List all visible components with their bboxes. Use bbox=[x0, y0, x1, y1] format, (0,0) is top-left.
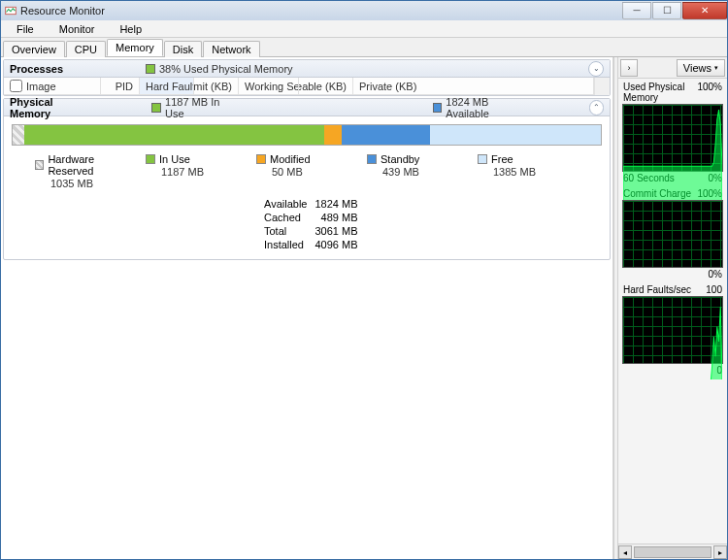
views-button[interactable]: Views ▾ bbox=[677, 59, 725, 77]
seg-hardware-reserved bbox=[13, 125, 24, 145]
menubar: File Monitor Help bbox=[1, 20, 727, 38]
select-all-checkbox[interactable] bbox=[10, 80, 22, 92]
tabs: Overview CPU Memory Disk Network bbox=[1, 38, 727, 57]
col-image[interactable]: Image bbox=[4, 78, 101, 94]
available-icon bbox=[433, 103, 443, 113]
physmem-body: Hardware Reserved 1035 MB In Use 1187 MB… bbox=[4, 116, 610, 259]
legend-free: Free 1385 MB bbox=[478, 153, 579, 189]
main-pane: Processes 38% Used Physical Memory ⌄ Ima… bbox=[1, 57, 613, 559]
chevron-up-icon[interactable]: ⌃ bbox=[589, 100, 604, 115]
seg-standby bbox=[342, 125, 430, 145]
window-buttons: ─ ☐ ✕ bbox=[621, 2, 727, 19]
physmem-title: Physical Memory bbox=[10, 96, 93, 119]
memory-stats: Available Cached Total Installed 1824 MB… bbox=[12, 197, 602, 251]
window: Resource Monitor ─ ☐ ✕ File Monitor Help… bbox=[0, 0, 728, 560]
tab-disk[interactable]: Disk bbox=[164, 41, 202, 57]
side-toolbar: › Views ▾ bbox=[618, 57, 727, 79]
chart-used-memory: Used Physical Memory100% 60 Seconds0% bbox=[622, 82, 723, 184]
dropdown-icon: ▾ bbox=[714, 64, 718, 72]
processes-header[interactable]: Processes 38% Used Physical Memory ⌄ bbox=[4, 60, 610, 78]
tab-overview[interactable]: Overview bbox=[3, 41, 65, 57]
close-button[interactable]: ✕ bbox=[682, 2, 727, 19]
window-title: Resource Monitor bbox=[20, 5, 621, 16]
charts: Used Physical Memory100% 60 Seconds0% Co… bbox=[618, 79, 727, 379]
legend-standby: Standby 439 MB bbox=[367, 153, 468, 189]
memory-bar bbox=[12, 124, 602, 146]
processes-summary: 38% Used Physical Memory bbox=[146, 63, 293, 75]
tab-memory[interactable]: Memory bbox=[107, 39, 163, 56]
side-hscrollbar[interactable]: ◂ ▸ bbox=[618, 544, 727, 559]
memory-legend: Hardware Reserved 1035 MB In Use 1187 MB… bbox=[12, 153, 602, 189]
titlebar[interactable]: Resource Monitor ─ ☐ ✕ bbox=[1, 1, 727, 20]
col-pid[interactable]: PID bbox=[101, 78, 140, 94]
tab-network[interactable]: Network bbox=[203, 41, 259, 57]
seg-free bbox=[430, 125, 601, 145]
scroll-left-icon[interactable]: ◂ bbox=[618, 545, 632, 559]
scroll-right-icon[interactable]: ▸ bbox=[713, 545, 727, 559]
menu-monitor[interactable]: Monitor bbox=[48, 22, 107, 36]
processes-columns: Image PID Hard Faults... Commit (KB) Wor… bbox=[4, 78, 610, 95]
legend-modified: Modified 50 MB bbox=[256, 153, 357, 189]
col-working-set[interactable]: Working Set (K... bbox=[239, 78, 299, 94]
collapse-side-button[interactable]: › bbox=[620, 59, 638, 77]
inuse-icon bbox=[151, 103, 161, 113]
seg-modified bbox=[324, 125, 342, 145]
legend-inuse: In Use 1187 MB bbox=[146, 153, 247, 189]
memory-usage-icon bbox=[146, 64, 155, 74]
scroll-thumb[interactable] bbox=[634, 546, 711, 558]
seg-in-use bbox=[24, 125, 324, 145]
app-icon bbox=[5, 5, 17, 16]
legend-hw: Hardware Reserved 1035 MB bbox=[35, 153, 136, 189]
scrollbar-stub[interactable] bbox=[594, 78, 610, 95]
col-hard-faults[interactable]: Hard Faults... bbox=[140, 78, 194, 94]
col-shareable[interactable]: Shareable (KB) bbox=[299, 78, 353, 94]
physmem-inuse-info: 1187 MB In Use bbox=[151, 96, 238, 119]
side-pane: › Views ▾ Used Physical Memory100% 60 Se… bbox=[618, 57, 727, 559]
tab-cpu[interactable]: CPU bbox=[66, 41, 106, 57]
chevron-down-icon[interactable]: ⌄ bbox=[588, 61, 604, 77]
body: Processes 38% Used Physical Memory ⌄ Ima… bbox=[1, 57, 727, 559]
chart-hard-faults: Hard Faults/sec100 0 bbox=[622, 284, 723, 377]
chart-commit-charge: Commit Charge100% 0% bbox=[622, 188, 723, 280]
physical-memory-panel: Physical Memory 1187 MB In Use 1824 MB A… bbox=[3, 98, 611, 260]
physmem-available-info: 1824 MB Available bbox=[433, 96, 531, 119]
processes-title: Processes bbox=[10, 63, 87, 75]
col-commit[interactable]: Commit (KB) bbox=[194, 78, 239, 94]
processes-panel: Processes 38% Used Physical Memory ⌄ Ima… bbox=[3, 59, 611, 96]
physmem-header[interactable]: Physical Memory 1187 MB In Use 1824 MB A… bbox=[4, 99, 610, 116]
menu-file[interactable]: File bbox=[5, 22, 46, 36]
maximize-button[interactable]: ☐ bbox=[652, 2, 681, 19]
col-private[interactable]: Private (KB) bbox=[353, 78, 594, 94]
menu-help[interactable]: Help bbox=[108, 22, 153, 36]
minimize-button[interactable]: ─ bbox=[622, 2, 651, 19]
